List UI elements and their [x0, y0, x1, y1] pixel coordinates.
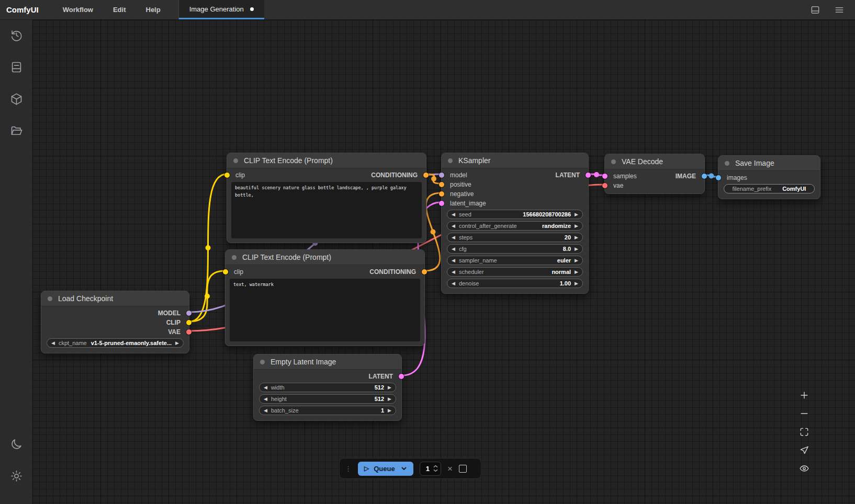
- collapse-dot[interactable]: [233, 158, 238, 163]
- app-logo[interactable]: ComfyUI: [6, 0, 39, 19]
- node-title-bar[interactable]: CLIP Text Encode (Prompt): [226, 250, 424, 265]
- batch-stepper[interactable]: [433, 465, 438, 472]
- widget-steps[interactable]: ◀ steps 20 ▶: [447, 233, 583, 242]
- widget-sampler-name[interactable]: ◀ sampler_name euler ▶: [447, 256, 583, 265]
- widget-seed[interactable]: ◀ seed 156680208700286 ▶: [447, 210, 583, 219]
- tab-image-generation[interactable]: Image Generation: [179, 0, 264, 19]
- input-dot-clip[interactable]: [223, 269, 228, 274]
- decrement-arrow-icon[interactable]: ◀: [264, 397, 267, 402]
- select-mode-icon[interactable]: [799, 445, 809, 455]
- stepper-down-icon[interactable]: [433, 469, 438, 472]
- input-dot-images[interactable]: [716, 175, 721, 180]
- node-clip-text-encode-negative[interactable]: CLIP Text Encode (Prompt) clip CONDITION…: [225, 249, 425, 346]
- output-dot-latent[interactable]: [399, 374, 404, 379]
- decrement-arrow-icon[interactable]: ◀: [51, 341, 55, 346]
- collapse-dot[interactable]: [611, 159, 616, 164]
- node-title-bar[interactable]: Empty Latent Image: [254, 354, 401, 370]
- node-title-bar[interactable]: Load Checkpoint: [41, 291, 189, 306]
- input-dot-samples[interactable]: [602, 174, 608, 179]
- widget-scheduler[interactable]: ◀ scheduler normal ▶: [447, 267, 583, 277]
- increment-arrow-icon[interactable]: ▶: [388, 397, 391, 402]
- sidebar-item-queue[interactable]: [9, 60, 24, 74]
- stop-icon[interactable]: [459, 465, 467, 473]
- output-dot-model[interactable]: [186, 311, 192, 316]
- node-ksampler[interactable]: KSampler model positive negative latent_…: [441, 153, 589, 294]
- decrement-arrow-icon[interactable]: ◀: [452, 281, 455, 286]
- decrement-arrow-icon[interactable]: ◀: [452, 270, 455, 274]
- input-dot-negative[interactable]: [439, 191, 444, 197]
- output-dot-clip[interactable]: [186, 320, 192, 325]
- increment-arrow-icon[interactable]: ▶: [575, 258, 578, 263]
- output-dot-conditioning[interactable]: [423, 173, 429, 178]
- increment-arrow-icon[interactable]: ▶: [575, 212, 578, 217]
- increment-arrow-icon[interactable]: ▶: [575, 281, 578, 286]
- widget-control-after-generate[interactable]: ◀ control_after_generate randomize ▶: [447, 221, 583, 231]
- node-title-bar[interactable]: KSampler: [442, 153, 588, 168]
- batch-count-input[interactable]: 1: [420, 462, 441, 476]
- zoom-in-icon[interactable]: [799, 390, 809, 400]
- output-dot-vae[interactable]: [186, 329, 192, 335]
- input-dot-clip[interactable]: [224, 173, 230, 178]
- widget-height[interactable]: ◀ height 512 ▶: [259, 394, 396, 404]
- sidebar-item-node-library[interactable]: [9, 92, 24, 106]
- decrement-arrow-icon[interactable]: ◀: [452, 224, 455, 228]
- increment-arrow-icon[interactable]: ▶: [575, 224, 578, 228]
- node-save-image[interactable]: Save Image images filename_prefix ComfyU…: [718, 155, 820, 199]
- widget-filename-prefix[interactable]: filename_prefix ComfyUI: [724, 184, 815, 193]
- toggle-link-visibility-icon[interactable]: [799, 463, 809, 474]
- settings-button[interactable]: [9, 469, 24, 483]
- stepper-up-icon[interactable]: [433, 465, 438, 468]
- decrement-arrow-icon[interactable]: ◀: [452, 212, 455, 217]
- prompt-textarea[interactable]: text, watermark: [230, 279, 420, 341]
- zoom-out-icon[interactable]: [799, 408, 809, 419]
- chevron-down-icon[interactable]: [401, 465, 407, 472]
- decrement-arrow-icon[interactable]: ◀: [264, 408, 267, 413]
- input-dot-vae[interactable]: [602, 183, 608, 188]
- increment-arrow-icon[interactable]: ▶: [388, 385, 391, 390]
- increment-arrow-icon[interactable]: ▶: [575, 235, 578, 240]
- theme-toggle[interactable]: [9, 437, 24, 451]
- output-dot-conditioning[interactable]: [422, 269, 427, 274]
- menu-icon[interactable]: [834, 5, 845, 15]
- widget-batch-size[interactable]: ◀ batch_size 1 ▶: [259, 406, 396, 415]
- collapse-dot[interactable]: [448, 158, 453, 163]
- sidebar-item-history[interactable]: [9, 28, 24, 42]
- node-title-bar[interactable]: VAE Decode: [605, 154, 704, 169]
- widget-denoise[interactable]: ◀ denoise 1.00 ▶: [447, 279, 583, 288]
- bottom-panel-icon[interactable]: [810, 5, 820, 15]
- input-dot-positive[interactable]: [439, 182, 444, 187]
- menu-help[interactable]: Help: [146, 6, 161, 14]
- increment-arrow-icon[interactable]: ▶: [175, 341, 179, 346]
- node-vae-decode[interactable]: VAE Decode samples vae IMAGE: [604, 154, 705, 194]
- collapse-dot[interactable]: [48, 296, 52, 301]
- collapse-dot[interactable]: [260, 360, 265, 364]
- widget-width[interactable]: ◀ width 512 ▶: [259, 383, 396, 392]
- decrement-arrow-icon[interactable]: ◀: [264, 385, 267, 390]
- input-dot-latent-image[interactable]: [439, 201, 444, 206]
- increment-arrow-icon[interactable]: ▶: [388, 408, 391, 413]
- clear-queue-icon[interactable]: ×: [447, 464, 453, 473]
- widget-cfg[interactable]: ◀ cfg 8.0 ▶: [447, 244, 583, 254]
- node-title-bar[interactable]: CLIP Text Encode (Prompt): [227, 153, 426, 168]
- output-dot-image[interactable]: [702, 174, 707, 179]
- menu-edit[interactable]: Edit: [113, 6, 126, 14]
- queue-button[interactable]: ▷ Queue: [358, 462, 413, 476]
- sidebar-item-workflows[interactable]: [9, 124, 24, 138]
- collapse-dot[interactable]: [232, 255, 237, 260]
- widget-ckpt-name[interactable]: ◀ ckpt_name v1-5-pruned-emaonly.safete..…: [47, 338, 184, 348]
- increment-arrow-icon[interactable]: ▶: [575, 247, 578, 251]
- decrement-arrow-icon[interactable]: ◀: [452, 258, 455, 263]
- increment-arrow-icon[interactable]: ▶: [575, 270, 578, 274]
- node-clip-text-encode-positive[interactable]: CLIP Text Encode (Prompt) clip CONDITION…: [227, 153, 426, 243]
- output-dot-latent[interactable]: [586, 173, 591, 178]
- node-load-checkpoint[interactable]: Load Checkpoint MODEL CLIP VAE ◀ ckpt_na…: [41, 291, 189, 353]
- fit-view-icon[interactable]: [799, 427, 809, 437]
- menu-workflow[interactable]: Workflow: [63, 6, 93, 14]
- decrement-arrow-icon[interactable]: ◀: [452, 247, 455, 251]
- node-title-bar[interactable]: Save Image: [718, 156, 820, 171]
- node-empty-latent-image[interactable]: Empty Latent Image LATENT ◀ width 512 ▶ …: [253, 354, 402, 421]
- decrement-arrow-icon[interactable]: ◀: [452, 235, 455, 240]
- input-dot-model[interactable]: [439, 173, 444, 178]
- collapse-dot[interactable]: [725, 161, 729, 166]
- prompt-textarea[interactable]: beautiful scenery nature glass bottle la…: [231, 182, 422, 238]
